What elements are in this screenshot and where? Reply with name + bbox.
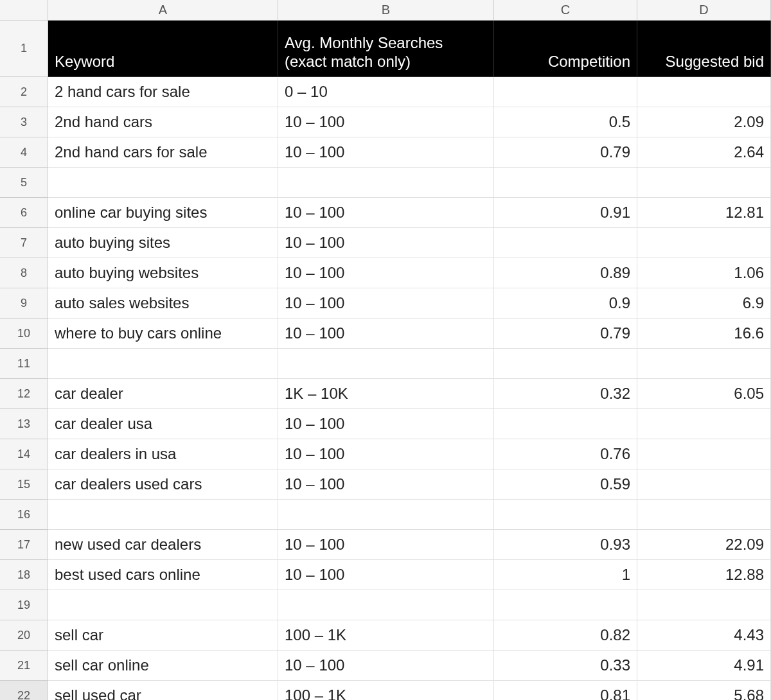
header-keyword[interactable]: Keyword xyxy=(48,21,278,77)
row-header-19[interactable]: 19 xyxy=(0,590,48,620)
cell-avg-searches[interactable] xyxy=(278,590,494,620)
cell-suggested-bid[interactable] xyxy=(637,590,771,620)
row-header-1[interactable]: 1 xyxy=(0,21,48,77)
cell-avg-searches[interactable]: 10 – 100 xyxy=(278,560,494,590)
cell-suggested-bid[interactable] xyxy=(637,439,771,469)
cell-suggested-bid[interactable] xyxy=(637,77,771,107)
row-header-14[interactable]: 14 xyxy=(0,439,48,469)
cell-competition[interactable] xyxy=(494,77,637,107)
row-header-8[interactable]: 8 xyxy=(0,258,48,288)
row-header-18[interactable]: 18 xyxy=(0,560,48,590)
cell-avg-searches[interactable]: 10 – 100 xyxy=(278,319,494,349)
cell-suggested-bid[interactable]: 12.81 xyxy=(637,198,771,228)
cell-competition[interactable]: 0.93 xyxy=(494,530,637,560)
cell-suggested-bid[interactable]: 6.9 xyxy=(637,288,771,319)
cell-competition[interactable] xyxy=(494,590,637,620)
cell-suggested-bid[interactable] xyxy=(637,500,771,530)
cell-competition[interactable]: 0.89 xyxy=(494,258,637,288)
select-all-corner[interactable] xyxy=(0,0,48,21)
row-header-6[interactable]: 6 xyxy=(0,198,48,228)
cell-avg-searches[interactable] xyxy=(278,349,494,379)
cell-avg-searches[interactable]: 100 – 1K xyxy=(278,681,494,700)
spreadsheet-grid[interactable]: ABCD1KeywordAvg. Monthly Searches (exact… xyxy=(0,0,771,700)
row-header-13[interactable]: 13 xyxy=(0,409,48,439)
cell-suggested-bid[interactable] xyxy=(637,469,771,500)
cell-suggested-bid[interactable]: 2.64 xyxy=(637,137,771,168)
cell-keyword[interactable]: new used car dealers xyxy=(48,530,278,560)
cell-avg-searches[interactable]: 10 – 100 xyxy=(278,469,494,500)
cell-competition[interactable] xyxy=(494,228,637,258)
cell-keyword[interactable]: 2nd hand cars for sale xyxy=(48,137,278,168)
cell-suggested-bid[interactable] xyxy=(637,349,771,379)
cell-keyword[interactable]: best used cars online xyxy=(48,560,278,590)
row-header-20[interactable]: 20 xyxy=(0,620,48,651)
cell-suggested-bid[interactable]: 5.68 xyxy=(637,681,771,700)
cell-avg-searches[interactable]: 10 – 100 xyxy=(278,288,494,319)
row-header-22[interactable]: 22 xyxy=(0,681,48,700)
cell-competition[interactable]: 0.32 xyxy=(494,379,637,409)
cell-avg-searches[interactable]: 10 – 100 xyxy=(278,439,494,469)
cell-suggested-bid[interactable]: 12.88 xyxy=(637,560,771,590)
cell-suggested-bid[interactable]: 6.05 xyxy=(637,379,771,409)
cell-competition[interactable]: 0.79 xyxy=(494,319,637,349)
row-header-4[interactable]: 4 xyxy=(0,137,48,168)
cell-suggested-bid[interactable]: 4.91 xyxy=(637,651,771,681)
cell-competition[interactable]: 0.9 xyxy=(494,288,637,319)
cell-suggested-bid[interactable]: 1.06 xyxy=(637,258,771,288)
header-competition[interactable]: Competition xyxy=(494,21,637,77)
cell-avg-searches[interactable]: 0 – 10 xyxy=(278,77,494,107)
cell-suggested-bid[interactable]: 2.09 xyxy=(637,107,771,137)
cell-suggested-bid[interactable]: 16.6 xyxy=(637,319,771,349)
cell-suggested-bid[interactable]: 4.43 xyxy=(637,620,771,651)
cell-competition[interactable] xyxy=(494,168,637,198)
column-header-A[interactable]: A xyxy=(48,0,278,21)
column-header-C[interactable]: C xyxy=(494,0,637,21)
cell-avg-searches[interactable] xyxy=(278,500,494,530)
cell-competition[interactable]: 0.76 xyxy=(494,439,637,469)
cell-keyword[interactable]: online car buying sites xyxy=(48,198,278,228)
cell-competition[interactable] xyxy=(494,349,637,379)
cell-suggested-bid[interactable] xyxy=(637,409,771,439)
cell-competition[interactable] xyxy=(494,409,637,439)
cell-keyword[interactable]: sell used car xyxy=(48,681,278,700)
header-avg-searches[interactable]: Avg. Monthly Searches (exact match only) xyxy=(278,21,494,77)
cell-keyword[interactable] xyxy=(48,349,278,379)
cell-keyword[interactable]: 2 hand cars for sale xyxy=(48,77,278,107)
row-header-11[interactable]: 11 xyxy=(0,349,48,379)
cell-competition[interactable]: 1 xyxy=(494,560,637,590)
cell-competition[interactable]: 0.81 xyxy=(494,681,637,700)
cell-keyword[interactable]: where to buy cars online xyxy=(48,319,278,349)
cell-suggested-bid[interactable] xyxy=(637,168,771,198)
row-header-17[interactable]: 17 xyxy=(0,530,48,560)
cell-keyword[interactable]: sell car online xyxy=(48,651,278,681)
cell-avg-searches[interactable]: 10 – 100 xyxy=(278,198,494,228)
cell-avg-searches[interactable]: 10 – 100 xyxy=(278,530,494,560)
column-header-B[interactable]: B xyxy=(278,0,494,21)
cell-avg-searches[interactable]: 1K – 10K xyxy=(278,379,494,409)
cell-keyword[interactable] xyxy=(48,500,278,530)
row-header-21[interactable]: 21 xyxy=(0,651,48,681)
cell-avg-searches[interactable]: 10 – 100 xyxy=(278,107,494,137)
column-header-D[interactable]: D xyxy=(637,0,771,21)
cell-avg-searches[interactable]: 100 – 1K xyxy=(278,620,494,651)
cell-keyword[interactable] xyxy=(48,590,278,620)
cell-competition[interactable]: 0.82 xyxy=(494,620,637,651)
cell-avg-searches[interactable]: 10 – 100 xyxy=(278,409,494,439)
row-header-10[interactable]: 10 xyxy=(0,319,48,349)
cell-competition[interactable]: 0.59 xyxy=(494,469,637,500)
cell-competition[interactable]: 0.33 xyxy=(494,651,637,681)
cell-keyword[interactable]: 2nd hand cars xyxy=(48,107,278,137)
cell-avg-searches[interactable]: 10 – 100 xyxy=(278,258,494,288)
cell-keyword[interactable]: auto sales websites xyxy=(48,288,278,319)
row-header-3[interactable]: 3 xyxy=(0,107,48,137)
cell-keyword[interactable]: car dealer usa xyxy=(48,409,278,439)
cell-avg-searches[interactable]: 10 – 100 xyxy=(278,137,494,168)
cell-suggested-bid[interactable] xyxy=(637,228,771,258)
cell-suggested-bid[interactable]: 22.09 xyxy=(637,530,771,560)
row-header-9[interactable]: 9 xyxy=(0,288,48,319)
cell-keyword[interactable]: auto buying websites xyxy=(48,258,278,288)
cell-keyword[interactable]: car dealers used cars xyxy=(48,469,278,500)
cell-competition[interactable]: 0.79 xyxy=(494,137,637,168)
cell-keyword[interactable]: car dealer xyxy=(48,379,278,409)
header-suggested-bid[interactable]: Suggested bid xyxy=(637,21,771,77)
